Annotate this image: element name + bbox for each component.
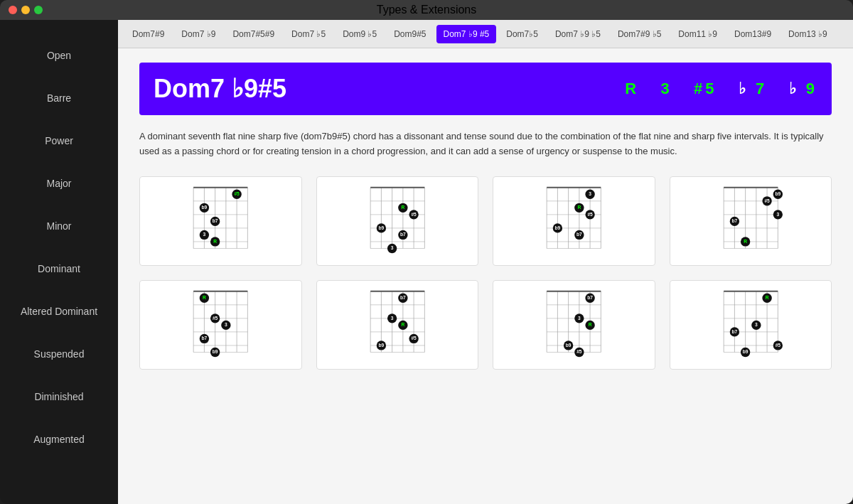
- chord-diagram-2: R #5 b9 b7 3: [316, 176, 479, 266]
- sidebar-item-altered-dominant[interactable]: Altered Dominant: [0, 290, 118, 333]
- svg-text:#5: #5: [411, 211, 417, 216]
- minimize-button[interactable]: [21, 6, 30, 14]
- chord-diagrams: #5 b9 b7 3 R: [139, 176, 832, 370]
- svg-text:R: R: [401, 322, 404, 327]
- chord-intervals: R 3 #5 ♭ 7 ♭ 9: [625, 80, 817, 98]
- svg-text:3: 3: [755, 322, 758, 327]
- svg-text:b7: b7: [202, 336, 208, 341]
- chord-diagram-6: b7 3 R #5 b9: [316, 280, 479, 370]
- svg-text:#5: #5: [411, 336, 417, 341]
- sidebar-item-barre[interactable]: Barre: [0, 77, 118, 119]
- traffic-lights: [9, 6, 43, 14]
- svg-text:b9: b9: [213, 349, 218, 354]
- tab-dom9b5[interactable]: Dom9 ♭5: [336, 25, 384, 43]
- tab-dom7s9b5[interactable]: Dom7#9 ♭5: [611, 25, 668, 43]
- tab-dom7b9b5[interactable]: Dom7 ♭9 ♭5: [548, 25, 608, 43]
- svg-text:R: R: [203, 295, 206, 300]
- svg-text:R: R: [401, 205, 404, 210]
- sidebar-item-dominant[interactable]: Dominant: [0, 247, 118, 290]
- svg-text:b7: b7: [731, 218, 737, 223]
- svg-text:#5: #5: [576, 349, 582, 354]
- sidebar-item-augmented[interactable]: Augmented: [0, 418, 118, 461]
- tab-dom7b5-2[interactable]: Dom7♭5: [499, 25, 545, 43]
- svg-text:b9: b9: [378, 225, 384, 230]
- svg-text:#5: #5: [764, 198, 770, 203]
- chord-diagram-1: #5 b9 b7 3 R: [139, 176, 302, 266]
- sidebar-item-major[interactable]: Major: [0, 162, 118, 205]
- tab-dom13s9[interactable]: Dom13#9: [727, 25, 778, 43]
- tab-dom7s9[interactable]: Dom7#9: [125, 25, 171, 43]
- sidebar-item-power[interactable]: Power: [0, 119, 118, 162]
- chord-diagram-8: R 3 b7 #5 b9: [670, 280, 832, 370]
- svg-text:#5: #5: [234, 191, 240, 196]
- svg-text:3: 3: [390, 315, 393, 320]
- sidebar-item-open[interactable]: Open: [0, 34, 118, 77]
- svg-text:3: 3: [225, 322, 227, 327]
- svg-text:b9: b9: [378, 342, 384, 347]
- main-content: Dom7#9 Dom7 ♭9 Dom7#5#9 Dom7 ♭5 Dom9 ♭5 …: [118, 20, 853, 504]
- svg-text:b9: b9: [775, 191, 780, 196]
- sidebar-item-minor[interactable]: Minor: [0, 205, 118, 247]
- tab-dom7b9[interactable]: Dom7 ♭9: [174, 25, 222, 43]
- tab-bar: Dom7#9 Dom7 ♭9 Dom7#5#9 Dom7 ♭5 Dom9 ♭5 …: [118, 20, 853, 48]
- chord-description: A dominant seventh flat nine sharp five …: [139, 129, 832, 159]
- svg-text:b7: b7: [587, 295, 593, 300]
- svg-text:R: R: [765, 295, 768, 300]
- sidebar: Open Barre Power Major Minor Dominant Al…: [0, 20, 118, 504]
- svg-text:R: R: [577, 205, 581, 210]
- svg-text:b7: b7: [576, 232, 582, 237]
- tab-dom7s5s9[interactable]: Dom7#5#9: [225, 25, 281, 43]
- sidebar-item-diminished[interactable]: Diminished: [0, 375, 118, 418]
- chord-name: Dom7 ♭9#5: [154, 74, 286, 104]
- chord-diagram-5: R #5 3 b7 b9: [139, 280, 302, 370]
- svg-text:b7: b7: [213, 218, 218, 223]
- svg-text:#5: #5: [213, 315, 218, 320]
- tab-dom13b9[interactable]: Dom13 ♭9: [781, 25, 835, 43]
- svg-text:b9: b9: [742, 349, 748, 354]
- window-title: Types & Extensions: [377, 4, 477, 16]
- svg-text:#5: #5: [587, 211, 593, 216]
- svg-text:3: 3: [578, 315, 581, 320]
- svg-text:b7: b7: [399, 295, 405, 300]
- svg-text:b9: b9: [555, 225, 561, 230]
- chord-diagram-7: b7 3 R b9 #5: [493, 280, 655, 370]
- svg-text:3: 3: [390, 245, 393, 250]
- maximize-button[interactable]: [34, 6, 43, 14]
- tab-dom7b5[interactable]: Dom7 ♭5: [284, 25, 333, 43]
- svg-text:b7: b7: [399, 232, 405, 237]
- chord-diagram-3: 3 R #5 b9 b7: [493, 176, 655, 266]
- content-area: Dom7 ♭9#5 R 3 #5 ♭ 7 ♭ 9 A dominant seve…: [118, 48, 853, 504]
- svg-text:3: 3: [776, 211, 779, 216]
- close-button[interactable]: [9, 6, 17, 14]
- tab-dom7b9s5[interactable]: Dom7 ♭9 #5: [436, 25, 497, 43]
- tab-dom11b9[interactable]: Dom11 ♭9: [671, 25, 724, 43]
- svg-text:#5: #5: [775, 342, 780, 347]
- chord-header: Dom7 ♭9#5 R 3 #5 ♭ 7 ♭ 9: [139, 63, 832, 115]
- tab-dom9s5[interactable]: Dom9#5: [387, 25, 433, 43]
- svg-text:3: 3: [589, 191, 591, 196]
- svg-text:R: R: [213, 238, 217, 243]
- svg-text:3: 3: [203, 232, 206, 237]
- svg-text:b7: b7: [731, 328, 737, 333]
- chord-diagram-4: b9 #5 3 b7 R: [670, 176, 832, 266]
- titlebar: Types & Extensions: [0, 0, 853, 20]
- svg-text:R: R: [744, 238, 747, 243]
- svg-text:b9: b9: [202, 205, 208, 210]
- svg-text:R: R: [589, 322, 592, 327]
- sidebar-item-suspended[interactable]: Suspended: [0, 333, 118, 375]
- svg-text:b9: b9: [566, 342, 572, 347]
